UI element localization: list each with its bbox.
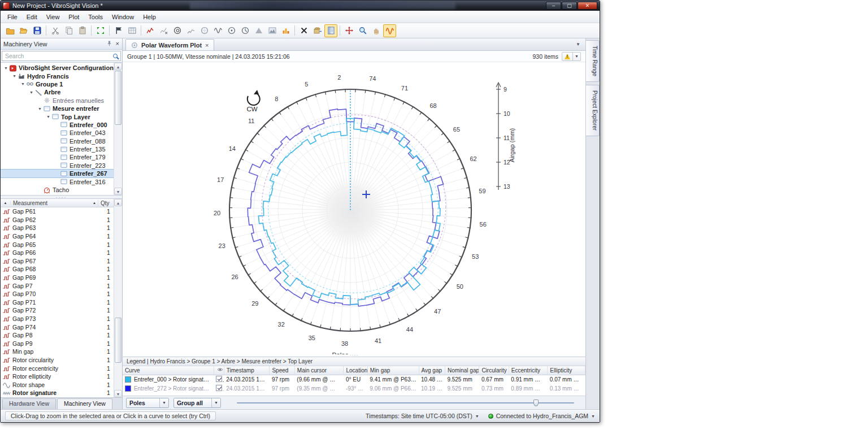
measurement-row[interactable]: Rotor signature1 [1,389,114,397]
waveform-plot-button[interactable] [211,24,224,37]
menu-file[interactable]: File [3,12,22,22]
tab-machinery-view[interactable]: Machinery View [57,398,112,409]
new-button[interactable] [3,24,16,37]
visibility-checkbox[interactable] [216,385,222,391]
collapse-icon[interactable]: ▼ [11,74,18,78]
menu-plot[interactable]: Plot [64,12,84,22]
scroll-up-icon[interactable]: ▲ [114,63,122,70]
menu-tools[interactable]: Tools [84,12,107,22]
collapse-icon[interactable]: ▼ [20,82,26,86]
auto-fit-button[interactable] [94,24,107,37]
waveform-tool-button[interactable] [383,24,396,37]
measurement-row[interactable]: Gap P621 [1,216,114,224]
pin-icon[interactable] [106,40,112,47]
measurement-row[interactable]: Min gap1 [1,348,114,356]
tab-hardware-view[interactable]: Hardware View [2,398,56,409]
legend-column-header[interactable]: Avg gap [419,366,445,375]
maximize-button[interactable]: ▢ [562,2,577,10]
menu-help[interactable]: Help [138,12,160,22]
xy-plot-button[interactable] [184,24,197,37]
legend-column-header[interactable]: Min gap [367,366,419,375]
slider-handle[interactable] [533,400,539,406]
legend-column-header[interactable]: Timestamp [224,366,270,375]
measurement-row[interactable]: Gap P691 [1,274,114,282]
trend-plot-button[interactable] [144,24,157,37]
scroll-down-icon[interactable]: ▼ [114,188,122,195]
legend-row[interactable]: Entrefer_272 > Rotor signature24.03.2015… [123,384,585,393]
warning-dropdown[interactable]: ▼ [562,52,581,61]
scroll-up-icon[interactable]: ▲ [114,199,122,206]
measurement-header[interactable]: ▲ Measurement▲ Qty [1,199,114,207]
clock-plot-button[interactable] [238,24,251,37]
legend-column-header[interactable]: Nominal gap [445,366,479,375]
tree-item-entrefer-179[interactable]: Entrefer_179 [1,153,114,161]
chevron-down-icon[interactable]: ▼ [159,398,168,407]
delete-button[interactable] [297,24,310,37]
tree-item-entrefer-043[interactable]: Entrefer_043 [1,129,114,137]
legend-column-header[interactable]: Location [344,366,367,375]
chevron-down-icon[interactable]: ▼ [211,398,220,407]
tree-item-entrefer-088[interactable]: Entrefer_088 [1,137,114,145]
measurement-row[interactable]: Rotor ellipticity1 [1,372,114,381]
measurement-row[interactable]: Gap P651 [1,240,114,249]
tree-item-vibrosight-server-configuration[interactable]: ▼VibroSight Server Configuration [1,64,114,72]
measurement-row[interactable]: Gap P721 [1,306,114,315]
tree-item-top-layer[interactable]: ▼Top Layer [1,112,114,120]
measurement-row[interactable]: Gap P711 [1,298,114,307]
legend-row[interactable]: Entrefer_000 > Rotor signature24.03.2015… [123,375,585,384]
tree-item-entr-es-manuelles[interactable]: Entrées manuelles [1,97,114,105]
measurement-row[interactable]: Gap P671 [1,257,114,266]
connection-dropdown[interactable]: Connected to Hydro_Francis_AGM ▼ [488,413,595,419]
tree-item-entrefer-223[interactable]: Entrefer_223 [1,162,114,170]
collapse-icon[interactable]: ▼ [3,66,9,70]
tab-time-range[interactable]: Time Range [586,40,600,82]
collapse-icon[interactable]: ▼ [45,115,51,119]
legend-column-header[interactable]: Speed [270,366,294,375]
measurement-row[interactable]: Gap P641 [1,232,114,241]
tree-item-entrefer-316[interactable]: Entrefer_316 [1,177,114,185]
bar-plot-button[interactable] [279,24,292,37]
pole-mode-select[interactable]: Poles ▼ [126,398,169,408]
close-tab-icon[interactable]: × [205,42,209,49]
legend-column-header[interactable]: Ellipticity [548,366,585,375]
milestone-button[interactable] [112,24,125,37]
menu-window[interactable]: Window [107,12,138,22]
tab-project-explorer[interactable]: Project Explorer [586,85,600,136]
close-panel-icon[interactable]: × [115,41,119,47]
measurement-row[interactable]: Rotor circularity1 [1,356,114,364]
tree-item-hydro-francis[interactable]: ▼Hydro Francis [1,72,114,80]
tab-list-caret-icon[interactable]: ▼ [576,42,580,47]
legend-column-header[interactable]: Eccentricity [509,366,548,375]
timestamps-dropdown[interactable]: Timestamps: Site time UTC-05:00 (DST) ▼ [366,413,479,419]
menu-view[interactable]: View [42,12,64,22]
visibility-checkbox[interactable] [216,376,222,382]
centerline-plot-button[interactable] [225,24,238,37]
tab-polar-waveform-plot[interactable]: Polar Waveform Plot × [125,39,215,50]
legend-cell[interactable] [214,384,224,393]
cut-button[interactable] [49,24,62,37]
polar-plot-button[interactable] [198,24,211,37]
tree-item-mesure-entrefer[interactable]: ▼Mesure entrefer [1,105,114,112]
measurement-row[interactable]: Rotor eccentricity1 [1,364,114,372]
copy-button[interactable] [62,24,75,37]
open-button[interactable] [17,24,30,37]
scatter-plot-button[interactable] [157,24,170,37]
spectrum-plot-button[interactable] [252,24,265,37]
measurement-row[interactable]: Gap P681 [1,265,114,274]
table-button[interactable] [125,24,138,37]
notebook-button[interactable] [324,24,337,37]
measurement-row[interactable]: Gap P631 [1,224,114,232]
legend-column-header[interactable]: Main cursor [294,366,344,375]
collapse-icon[interactable]: ▼ [28,90,34,94]
group-mode-select[interactable]: Group all ▼ [173,398,221,408]
measurement-row[interactable]: Gap P731 [1,315,114,323]
title-bar[interactable]: New Project - VibroSight Vision * – ▢ ✕ [1,1,600,11]
timeline-slider[interactable] [237,400,574,406]
minimize-button[interactable]: – [546,2,561,10]
measurement-row[interactable]: Gap P91 [1,340,114,348]
tree-scrollbar[interactable]: ▲ ▼ [114,63,122,195]
legend-cell[interactable] [214,375,224,384]
search-input[interactable]: Search [2,51,121,61]
measurement-row[interactable]: Gap P661 [1,249,114,257]
orbit-plot-button[interactable] [171,24,184,37]
